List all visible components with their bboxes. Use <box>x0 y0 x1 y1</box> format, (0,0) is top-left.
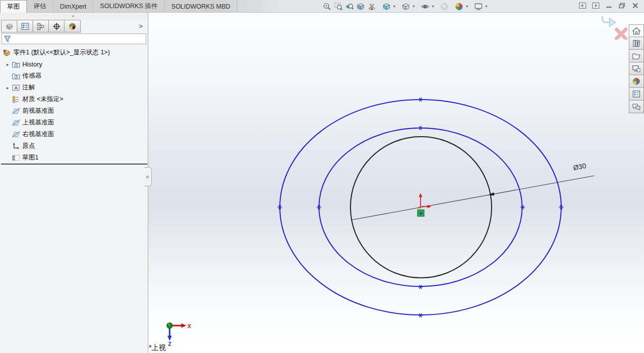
tree-item-label: 右视基准面 <box>22 130 54 139</box>
zoom-to-fit-icon[interactable] <box>321 1 333 12</box>
tab-configurationmanager[interactable] <box>33 20 49 32</box>
tree-item-top-plane[interactable]: 上视基准面 <box>0 117 147 129</box>
minimize-icon[interactable] <box>605 2 613 9</box>
tree-item-sensors[interactable]: 传感器 <box>0 70 147 82</box>
view-orientation-icon[interactable] <box>381 1 392 12</box>
appearances-scenes-button[interactable] <box>629 75 644 88</box>
file-explorer-button[interactable] <box>629 50 644 62</box>
solidworks-forum-button[interactable] <box>629 101 644 113</box>
panel-grip[interactable] <box>0 13 148 19</box>
pane-collapse-right-icon[interactable] <box>592 2 599 9</box>
books-icon <box>632 39 641 47</box>
view-palette-button[interactable] <box>629 62 644 75</box>
tree-item-origin[interactable]: 原点 <box>0 140 147 152</box>
rollback-bar[interactable] <box>1 164 147 165</box>
forum-chat-icon <box>632 103 641 111</box>
previous-view-icon[interactable] <box>344 1 355 12</box>
annotation-view-icon[interactable]: A <box>366 1 377 12</box>
tree-item-label: 前视基准面 <box>22 107 54 115</box>
configuration-icon <box>37 22 45 30</box>
feature-tree: 零件1 (默认<<默认>_显示状态 1>) History 传感器 A <box>0 47 147 164</box>
task-pane <box>629 24 644 113</box>
tree-item-label: 传感器 <box>22 72 42 80</box>
edit-appearance-icon[interactable] <box>439 1 450 12</box>
tree-item-label: 材质 <未指定> <box>22 95 63 104</box>
solidworks-resources-button[interactable] <box>629 24 644 37</box>
panel-splitter-handle[interactable] <box>144 167 152 186</box>
tab-dimxpert[interactable]: DimXpert <box>53 0 93 13</box>
tree-item-material[interactable]: 材质 <未指定> <box>0 93 147 105</box>
svg-text:A: A <box>370 7 373 11</box>
history-folder-icon <box>11 60 20 69</box>
close-icon[interactable] <box>631 2 639 9</box>
restore-icon[interactable] <box>618 2 626 9</box>
origin-icon <box>11 142 20 150</box>
folder-icon <box>632 52 641 60</box>
ribbon-tabs: 草图 评估 DimXpert SOLIDWORKS 插件 SOLIDWORKS … <box>0 0 237 13</box>
tree-item-label: 草图1 <box>22 153 39 162</box>
plane-icon <box>11 131 20 139</box>
tree-item-label: 原点 <box>22 142 35 150</box>
reference-triad: X Z <box>167 323 192 347</box>
grip-dot-icon <box>72 15 74 17</box>
tree-item-label: 注解 <box>22 83 35 92</box>
expander-icon[interactable] <box>4 62 11 67</box>
tab-sketch[interactable]: 草图 <box>0 0 27 13</box>
tab-propertymanager[interactable] <box>17 20 33 32</box>
cancel-sketch-icon[interactable] <box>617 29 626 39</box>
window-controls <box>578 2 639 9</box>
tree-item-annotations[interactable]: A 注解 <box>0 82 147 93</box>
tab-featuremanager-tree[interactable] <box>2 20 17 32</box>
tree-item-part[interactable]: 零件1 (默认<<默认>_显示状态 1>) <box>0 47 147 58</box>
tab-evaluate[interactable]: 评估 <box>27 0 53 13</box>
design-library-button[interactable] <box>629 37 644 50</box>
sketch-origin <box>418 193 432 209</box>
display-style-caret-icon[interactable]: ▾ <box>411 4 416 9</box>
expand-panel-icon[interactable] <box>137 20 145 33</box>
filter-funnel-icon <box>4 35 11 43</box>
hide-show-items-caret-icon[interactable]: ▾ <box>431 4 435 9</box>
zoom-to-area-icon[interactable] <box>333 1 344 12</box>
expander-icon[interactable] <box>4 85 11 90</box>
sensors-folder-icon <box>11 72 20 80</box>
tab-dimxpertmanager[interactable] <box>49 20 65 32</box>
custom-properties-button[interactable] <box>629 88 644 101</box>
properties-list-icon <box>632 90 641 98</box>
tree-filter-input[interactable] <box>2 34 146 44</box>
featuremanager-panel: 零件1 (默认<<默认>_显示状态 1>) History 传感器 A <box>0 13 148 353</box>
section-view-icon[interactable] <box>355 1 366 12</box>
part-icon <box>2 49 11 57</box>
tab-displaymanager[interactable] <box>65 20 80 32</box>
tree-item-right-plane[interactable]: 右视基准面 <box>0 129 147 140</box>
plane-icon <box>11 107 20 115</box>
tree-item-front-plane[interactable]: 前视基准面 <box>0 105 147 117</box>
tree-item-label: 上视基准面 <box>22 118 54 127</box>
grip-dot-icon <box>146 176 149 178</box>
relation-badge[interactable] <box>417 210 424 216</box>
appearance-sphere-icon <box>632 77 641 85</box>
view-settings-caret-icon[interactable]: ▾ <box>484 4 489 9</box>
annotations-folder-icon: A <box>11 84 20 92</box>
panel-tabs <box>1 20 81 33</box>
tree-item-sketch1[interactable]: 草图1 <box>0 152 147 164</box>
tab-sw-mbd[interactable]: SOLIDWORKS MBD <box>165 0 237 13</box>
tab-sw-addins[interactable]: SOLIDWORKS 插件 <box>93 0 165 13</box>
svg-text:A: A <box>14 85 18 90</box>
diameter-dimension[interactable]: Ø30 <box>351 162 594 220</box>
tree-item-label: History <box>22 61 42 68</box>
home-icon <box>632 27 641 35</box>
view-orientation-caret-icon[interactable]: ▾ <box>392 4 397 9</box>
apply-scene-icon[interactable] <box>454 1 465 12</box>
view-palette-icon <box>632 65 641 73</box>
tree-item-history[interactable]: History <box>0 58 147 70</box>
exit-sketch-icon[interactable] <box>602 16 616 26</box>
hide-show-items-icon[interactable] <box>420 1 431 12</box>
display-style-icon[interactable] <box>400 1 411 12</box>
sketch-icon <box>11 154 20 162</box>
confirmation-corner[interactable] <box>599 15 630 40</box>
view-settings-icon[interactable] <box>473 1 484 12</box>
tree-item-label: 零件1 (默认<<默认>_显示状态 1>) <box>13 48 110 57</box>
material-icon <box>11 95 20 104</box>
pane-collapse-left-icon[interactable] <box>578 2 586 9</box>
apply-scene-caret-icon[interactable]: ▾ <box>465 4 469 9</box>
